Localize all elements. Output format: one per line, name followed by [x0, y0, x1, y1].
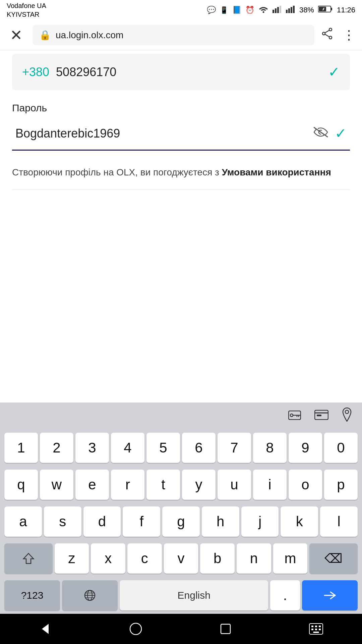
key-r[interactable]: r: [111, 470, 144, 500]
key-n[interactable]: n: [237, 543, 271, 574]
key-m[interactable]: m: [273, 543, 308, 574]
key-5[interactable]: 5: [146, 433, 180, 463]
close-button[interactable]: ✕: [7, 23, 26, 47]
svg-point-34: [130, 623, 141, 635]
key-h[interactable]: h: [202, 506, 239, 537]
eye-off-icon[interactable]: [313, 126, 328, 141]
key-i[interactable]: i: [253, 470, 287, 500]
key-2[interactable]: 2: [40, 433, 73, 463]
card-icon[interactable]: [314, 410, 328, 423]
message-icon: 💬: [207, 6, 216, 14]
key-l[interactable]: l: [320, 506, 358, 537]
key-t[interactable]: t: [146, 470, 180, 500]
key-q[interactable]: q: [4, 470, 38, 500]
key-a[interactable]: a: [4, 506, 42, 537]
svg-point-0: [262, 11, 264, 13]
time: 11:26: [337, 6, 355, 14]
nav-recents-button[interactable]: [220, 623, 232, 635]
keyboard: 1 2 3 4 5 6 7 8 9 0 q w e r t y u i o p …: [0, 402, 362, 614]
svg-rect-1: [273, 10, 274, 13]
key-p[interactable]: p: [324, 470, 358, 500]
svg-point-14: [329, 28, 332, 31]
browser-toolbar: ✕ 🔒 ua.login.olx.com ⋮: [0, 20, 362, 50]
backspace-icon: ⌫: [324, 551, 343, 566]
svg-rect-11: [319, 7, 326, 11]
share-button[interactable]: [321, 28, 333, 43]
key-j[interactable]: j: [241, 506, 279, 537]
svg-rect-38: [315, 626, 317, 627]
svg-rect-4: [280, 6, 281, 13]
key-1[interactable]: 1: [4, 433, 38, 463]
zxcv-row: z x c v b n m ⌫: [0, 540, 362, 577]
sym-key[interactable]: ?123: [4, 580, 60, 610]
password-checkmark-icon: ✓: [335, 125, 347, 142]
key-d[interactable]: d: [83, 506, 121, 537]
backspace-key[interactable]: ⌫: [309, 543, 358, 574]
svg-rect-43: [313, 632, 319, 633]
address-bar[interactable]: 🔒 ua.login.olx.com: [33, 25, 314, 45]
space-key[interactable]: English: [120, 580, 268, 610]
password-field[interactable]: Bogdanterebic1969 ✓: [12, 117, 350, 151]
key-s[interactable]: s: [44, 506, 81, 537]
svg-rect-39: [319, 626, 321, 627]
key-b[interactable]: b: [200, 543, 235, 574]
key-7[interactable]: 7: [218, 433, 251, 463]
nav-home-button[interactable]: [129, 622, 142, 636]
key-v[interactable]: v: [164, 543, 198, 574]
url-text: ua.login.olx.com: [56, 30, 123, 41]
key-icon[interactable]: [288, 410, 301, 423]
divider: [12, 190, 350, 190]
key-y[interactable]: y: [182, 470, 216, 500]
terms-link[interactable]: Умовами використання: [222, 167, 331, 177]
viber-icon: 📱: [220, 6, 228, 14]
key-w[interactable]: w: [40, 470, 73, 500]
qwerty-row: q w e r t y u i o p: [0, 466, 362, 503]
key-8[interactable]: 8: [253, 433, 287, 463]
keyboard-top-bar: [0, 402, 362, 429]
dot-key[interactable]: .: [270, 580, 300, 610]
svg-rect-26: [317, 415, 321, 416]
menu-button[interactable]: ⋮: [343, 28, 355, 43]
key-k[interactable]: k: [281, 506, 318, 537]
shift-key[interactable]: [4, 543, 53, 574]
svg-point-16: [329, 36, 332, 39]
svg-line-17: [325, 31, 329, 33]
web-content: +380 508296170 ✓ Пароль Bogdanterebic196…: [0, 54, 362, 197]
number-row: 1 2 3 4 5 6 7 8 9 0: [0, 429, 362, 466]
nav-back-button[interactable]: [39, 622, 52, 636]
svg-rect-40: [311, 629, 313, 630]
globe-key[interactable]: [62, 580, 118, 610]
key-g[interactable]: g: [162, 506, 200, 537]
key-4[interactable]: 4: [111, 433, 144, 463]
phone-field[interactable]: +380 508296170 ✓: [12, 54, 350, 90]
battery-icon: [318, 5, 333, 15]
key-3[interactable]: 3: [75, 433, 109, 463]
svg-rect-6: [288, 8, 290, 13]
key-9[interactable]: 9: [289, 433, 322, 463]
svg-rect-3: [277, 7, 279, 13]
key-z[interactable]: z: [55, 543, 89, 574]
carrier2: KYIVSTAR: [7, 10, 46, 19]
key-u[interactable]: u: [218, 470, 251, 500]
location-icon[interactable]: [342, 408, 352, 424]
svg-rect-5: [286, 10, 288, 13]
svg-point-27: [345, 410, 349, 414]
carrier-info: Vodafone UA KYIVSTAR: [7, 1, 46, 19]
key-o[interactable]: o: [289, 470, 322, 500]
battery-percent: 38%: [299, 6, 314, 14]
password-icons: ✓: [313, 125, 347, 142]
enter-key[interactable]: [302, 580, 358, 610]
key-f[interactable]: f: [123, 506, 160, 537]
key-e[interactable]: e: [75, 470, 109, 500]
password-label: Пароль: [12, 102, 350, 114]
wifi-icon: [258, 5, 268, 15]
svg-rect-42: [319, 629, 321, 630]
key-0[interactable]: 0: [324, 433, 358, 463]
bottom-nav: [0, 614, 362, 644]
nav-keyboard-button[interactable]: [309, 623, 323, 635]
key-6[interactable]: 6: [182, 433, 216, 463]
key-x[interactable]: x: [91, 543, 125, 574]
svg-rect-41: [315, 629, 317, 630]
key-c[interactable]: c: [127, 543, 162, 574]
facebook-icon: 📘: [232, 6, 241, 14]
